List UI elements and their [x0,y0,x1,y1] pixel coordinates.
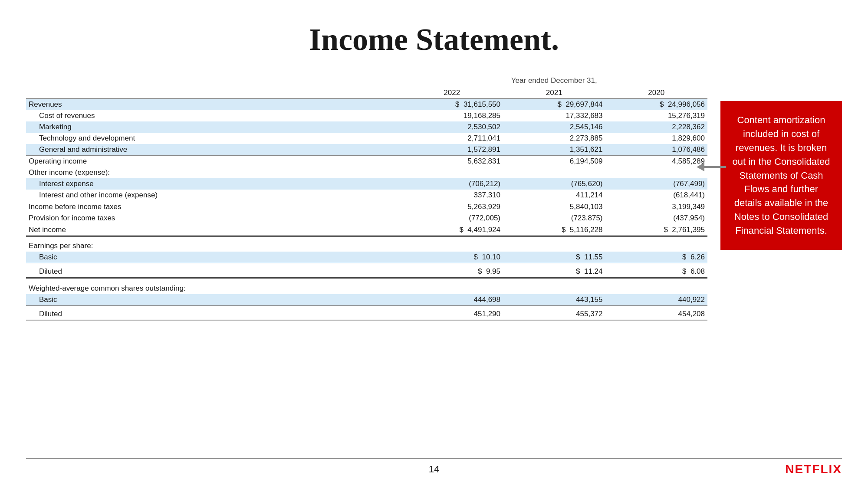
row-label: Revenues [26,99,401,111]
table-row: Cost of revenues 19,168,285 17,332,683 1… [26,110,707,121]
value-2020: $ 6.26 [605,252,708,263]
value-2020: (767,499) [605,178,708,190]
page-number: 14 [26,464,842,475]
annotation-text: Content amortization included in cost of… [732,115,830,236]
table-row: Provision for income taxes (772,005) (72… [26,213,707,224]
page-title: Income Statement. [26,0,842,71]
value-2020: $ 6.08 [605,266,708,278]
value-2022: (706,212) [401,178,503,190]
value-2020: 15,276,319 [605,110,708,121]
value-2020: 440,922 [605,294,708,306]
eps-header-row: Earnings per share: [26,240,707,252]
value-2022: $ 10.10 [401,252,503,263]
arrow-shaft [704,166,726,168]
weighted-header-label: Weighted-average common shares outstandi… [26,283,401,294]
col-2020: 2020 [605,87,708,99]
table-row: Diluted $ 9.95 $ 11.24 $ 6.08 [26,266,707,278]
period-label-cell [26,75,401,87]
annotation-arrow [697,163,726,171]
value-2022: 2,711,041 [401,133,503,144]
spacer-row [26,236,707,241]
value-2020: (618,441) [605,190,708,201]
value-2021: 6,194,509 [503,156,605,167]
value-2021: 411,214 [503,190,605,201]
eps-header-label: Earnings per share: [26,240,401,252]
value-2020: 2,228,362 [605,121,708,133]
row-label: General and administrative [26,144,401,156]
main-content: Year ended December 31, 2022 2021 2020 R… [26,75,842,321]
year-header-row: 2022 2021 2020 [26,87,707,99]
table-row: Marketing 2,530,502 2,545,146 2,228,362 [26,121,707,133]
footer: 14 NETFLIX [26,458,842,475]
row-label: Marketing [26,121,401,133]
row-label: Diluted [26,266,401,278]
period-group-header: Year ended December 31, [401,75,708,87]
value-2020: 454,208 [605,308,708,321]
value-2021: 17,332,683 [503,110,605,121]
value-2020: $ 2,761,395 [605,224,708,236]
table-row: Operating income 5,632,831 6,194,509 4,5… [26,156,707,167]
row-label: Other income (expense): [26,167,401,178]
value-2021: $ 5,116,228 [503,224,605,236]
row-label: Interest expense [26,178,401,190]
value-2022: 5,263,929 [401,201,503,213]
value-2020: 1,829,600 [605,133,708,144]
table-row: Basic $ 10.10 $ 11.55 $ 6.26 [26,252,707,263]
value-2020: (437,954) [605,213,708,224]
table-row: Revenues $ 31,615,550 $ 29,697,844 $ 24,… [26,99,707,111]
row-label: Income before income taxes [26,201,401,213]
section-header-row: Other income (expense): [26,167,707,178]
spacer-row [26,278,707,283]
value-2022: 5,632,831 [401,156,503,167]
value-2021: $ 29,697,844 [503,99,605,111]
value-2020: $ 24,996,056 [605,99,708,111]
value-2022: 1,572,891 [401,144,503,156]
weighted-header-row: Weighted-average common shares outstandi… [26,283,707,294]
row-label: Technology and development [26,133,401,144]
value-2021: $ 11.55 [503,252,605,263]
row-label: Interest and other income (expense) [26,190,401,201]
annotation-box: Content amortization included in cost of… [720,101,842,250]
value-2022: 337,310 [401,190,503,201]
value-2022: 19,168,285 [401,110,503,121]
table-section: Year ended December 31, 2022 2021 2020 R… [26,75,707,321]
arrow-head-icon [697,163,704,171]
table-row: Basic 444,698 443,155 440,922 [26,294,707,306]
value-2021: $ 11.24 [503,266,605,278]
net-income-row: Net income $ 4,491,924 $ 5,116,228 $ 2,7… [26,224,707,236]
value-2022: 2,530,502 [401,121,503,133]
row-label: Diluted [26,308,401,321]
row-label: Basic [26,252,401,263]
table-row: General and administrative 1,572,891 1,3… [26,144,707,156]
row-label: Provision for income taxes [26,213,401,224]
col-2022: 2022 [401,87,503,99]
table-row: Income before income taxes 5,263,929 5,8… [26,201,707,213]
value-2022: $ 31,615,550 [401,99,503,111]
row-label: Net income [26,224,401,236]
table-row: Interest expense (706,212) (765,620) (76… [26,178,707,190]
value-2020: 4,585,289 [605,156,708,167]
row-label: Operating income [26,156,401,167]
value-2022: 451,290 [401,308,503,321]
table-row: Diluted 451,290 455,372 454,208 [26,308,707,321]
table-row: Interest and other income (expense) 337,… [26,190,707,201]
table-row: Technology and development 2,711,041 2,2… [26,133,707,144]
value-2021: (723,875) [503,213,605,224]
col-2021: 2021 [503,87,605,99]
period-header-row: Year ended December 31, [26,75,707,87]
value-2020: 3,199,349 [605,201,708,213]
value-2021: 2,545,146 [503,121,605,133]
value-2021: (765,620) [503,178,605,190]
row-label: Basic [26,294,401,306]
value-2022: (772,005) [401,213,503,224]
value-2022: $ 4,491,924 [401,224,503,236]
value-2020: 1,076,486 [605,144,708,156]
value-2021: 1,351,621 [503,144,605,156]
netflix-logo: NETFLIX [785,462,842,476]
value-2021: 5,840,103 [503,201,605,213]
page-container: Income Statement. Year ended December 31… [0,0,868,488]
value-2022: 444,698 [401,294,503,306]
financial-table: Year ended December 31, 2022 2021 2020 R… [26,75,707,321]
row-label: Cost of revenues [26,110,401,121]
value-2022: $ 9.95 [401,266,503,278]
